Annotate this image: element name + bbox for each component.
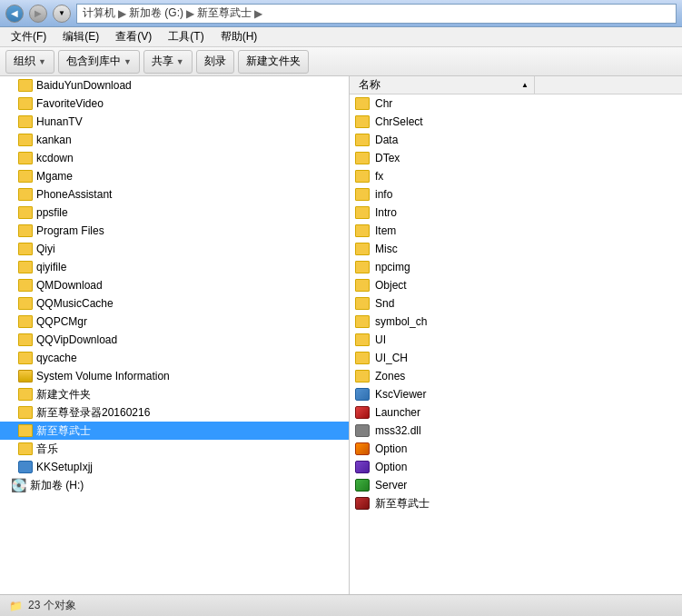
- left-item-label: 新建文件夹: [36, 387, 91, 402]
- left-item-hunantv[interactable]: HunanTV: [0, 113, 349, 131]
- file-name: Launcher: [375, 406, 420, 419]
- menu-view[interactable]: 查看(V): [108, 27, 159, 46]
- folder-icon: [18, 424, 33, 437]
- folder-icon: [18, 243, 33, 255]
- menu-edit[interactable]: 编辑(E): [55, 27, 106, 46]
- left-item-phoneassistant[interactable]: PhoneAssistant: [0, 185, 349, 204]
- menu-bar: 文件(F) 编辑(E) 查看(V) 工具(T) 帮助(H): [0, 27, 682, 47]
- file-name: 新至尊武士: [375, 496, 430, 512]
- left-item-baiduyundownload[interactable]: BaiduYunDownload: [0, 76, 349, 94]
- left-item-label: ppsfile: [36, 206, 68, 219]
- file-item-item[interactable]: Item: [350, 222, 682, 240]
- folder-icon: [18, 406, 33, 419]
- folder-icon: [18, 261, 33, 273]
- left-item-kankan[interactable]: kankan: [0, 131, 349, 149]
- left-item-qqmusiccache[interactable]: QQMusicCache: [0, 294, 349, 313]
- organize-button[interactable]: 组织 ▼: [5, 50, 54, 74]
- folder-icon: [355, 279, 370, 292]
- file-name: symbol_ch: [375, 315, 427, 328]
- left-item-label: 音乐: [36, 442, 58, 457]
- file-item-mss32-dll[interactable]: mss32.dll: [350, 422, 682, 440]
- main-content: BaiduYunDownload FavoriteVideo HunanTV k…: [0, 76, 682, 594]
- left-item-qiyi[interactable]: Qiyi: [0, 240, 349, 258]
- folder-icon: [18, 352, 33, 364]
- left-item-label: Qiyi: [36, 243, 55, 255]
- file-item-dtex[interactable]: DTex: [350, 149, 682, 167]
- file-item-info[interactable]: info: [350, 185, 682, 204]
- folder-icon: [18, 170, 33, 183]
- file-name: info: [375, 188, 392, 201]
- burn-button[interactable]: 刻录: [196, 50, 234, 74]
- file-item-kscviewer[interactable]: KscViewer: [350, 385, 682, 403]
- left-item-qiyifile[interactable]: qiyifile: [0, 258, 349, 276]
- folder-icon: [18, 115, 33, 128]
- file-item-intro[interactable]: Intro: [350, 204, 682, 222]
- address-bar[interactable]: 计算机 ▶ 新加卷 (G:) ▶ 新至尊武士 ▶: [76, 4, 677, 24]
- file-item-npcimg[interactable]: npcimg: [350, 258, 682, 276]
- share-button[interactable]: 共享 ▼: [143, 50, 193, 74]
- left-item-ppsfile[interactable]: ppsfile: [0, 204, 349, 222]
- left-item-drive-h[interactable]: 💽 新加卷 (H:): [0, 476, 349, 494]
- address-folder: 新至尊武士: [197, 5, 252, 21]
- left-item-login20160216[interactable]: 新至尊登录器20160216: [0, 403, 349, 422]
- file-name: Snd: [375, 297, 394, 310]
- left-item-new-folder[interactable]: 新建文件夹: [0, 385, 349, 403]
- file-item-xinzhizunwushi[interactable]: 新至尊武士: [350, 494, 682, 512]
- file-item-object[interactable]: Object: [350, 276, 682, 294]
- new-folder-button[interactable]: 新建文件夹: [238, 50, 309, 74]
- file-item-ui[interactable]: UI: [350, 331, 682, 349]
- file-name: fx: [375, 170, 383, 183]
- left-item-music[interactable]: 音乐: [0, 440, 349, 458]
- drive-icon: 💽: [11, 478, 26, 492]
- exe-red-icon: [355, 406, 370, 419]
- file-item-option2[interactable]: Option: [350, 458, 682, 476]
- left-item-kcdown[interactable]: kcdown: [0, 149, 349, 167]
- file-item-zones[interactable]: Zones: [350, 367, 682, 385]
- left-item-program-files[interactable]: Program Files: [0, 222, 349, 240]
- file-item-server[interactable]: Server: [350, 476, 682, 494]
- file-item-snd[interactable]: Snd: [350, 294, 682, 313]
- file-name: npcimg: [375, 261, 410, 273]
- folder-icon: [355, 188, 370, 201]
- left-item-system-volume[interactable]: System Volume Information: [0, 367, 349, 385]
- file-item-chr[interactable]: Chr: [350, 94, 682, 113]
- folder-icon: [18, 388, 33, 401]
- file-item-symbol-ch[interactable]: symbol_ch: [350, 313, 682, 331]
- left-item-label: FavoriteVideo: [36, 97, 104, 110]
- name-column-header[interactable]: 名称 ▲: [353, 76, 535, 94]
- dropdown-button[interactable]: ▼: [53, 5, 71, 23]
- forward-button[interactable]: ▶: [29, 5, 47, 23]
- left-item-xinzhizun[interactable]: 新至尊武士: [0, 422, 349, 440]
- left-item-label: qycache: [36, 352, 77, 364]
- folder-icon: [355, 170, 370, 183]
- file-name: Data: [375, 134, 398, 146]
- include-library-button[interactable]: 包含到库中 ▼: [58, 50, 140, 74]
- file-item-option1[interactable]: Option: [350, 440, 682, 458]
- folder-icon: [355, 261, 370, 273]
- right-panel: 名称 ▲ Chr ChrSelect Data DTex: [350, 76, 682, 594]
- left-item-kksetup[interactable]: KKSetupIxjj: [0, 458, 349, 476]
- left-item-label: BaiduYunDownload: [36, 79, 132, 92]
- file-item-data[interactable]: Data: [350, 131, 682, 149]
- left-item-qqvipdownload[interactable]: QQVipDownload: [0, 331, 349, 349]
- menu-file[interactable]: 文件(F): [4, 27, 54, 46]
- back-button[interactable]: ◀: [5, 5, 24, 23]
- menu-help[interactable]: 帮助(H): [213, 27, 265, 46]
- file-item-ui-ch[interactable]: UI_CH: [350, 349, 682, 367]
- left-item-mgame[interactable]: Mgame: [0, 167, 349, 185]
- file-item-misc[interactable]: Misc: [350, 240, 682, 258]
- file-name: ChrSelect: [375, 115, 423, 128]
- exe-blue-icon: [355, 388, 370, 401]
- left-item-favoritevideo[interactable]: FavoriteVideo: [0, 94, 349, 113]
- left-item-qycache[interactable]: qycache: [0, 349, 349, 367]
- left-item-label: 新至尊武士: [36, 423, 91, 439]
- left-item-qqpcmgr[interactable]: QQPCMgr: [0, 313, 349, 331]
- file-item-fx[interactable]: fx: [350, 167, 682, 185]
- file-item-chrselect[interactable]: ChrSelect: [350, 113, 682, 131]
- left-item-label: 新加卷 (H:): [30, 478, 84, 493]
- menu-tools[interactable]: 工具(T): [161, 27, 211, 46]
- left-item-qmdownload[interactable]: QMDownload: [0, 276, 349, 294]
- folder-icon: [18, 206, 33, 219]
- file-item-launcher[interactable]: Launcher: [350, 403, 682, 422]
- folder-icon: [355, 115, 370, 128]
